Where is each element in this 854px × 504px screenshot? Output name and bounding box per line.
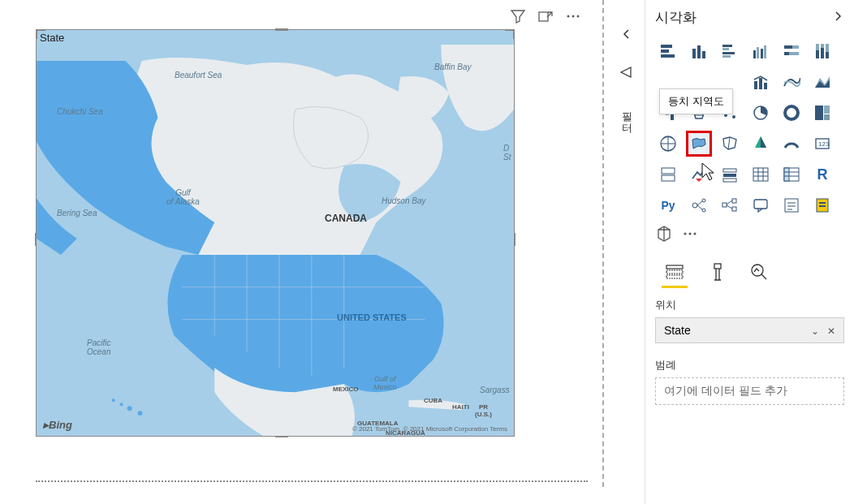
svg-line-70 <box>697 205 702 209</box>
sea-label: Beaufort Sea <box>175 71 222 80</box>
svg-rect-58 <box>723 179 736 182</box>
visualizations-pane: 시각화 등치 지역도 123 <box>645 0 854 504</box>
field-well-legend[interactable]: 여기에 데이터 필드 추가 <box>655 377 844 405</box>
svg-point-8 <box>138 411 143 416</box>
analytics-tab[interactable] <box>748 261 770 283</box>
svg-rect-47 <box>815 106 823 120</box>
viz-matrix[interactable] <box>779 162 804 187</box>
svg-rect-16 <box>722 48 729 50</box>
country-label: HAITI <box>452 403 469 411</box>
viz-decomposition-tree[interactable] <box>717 192 743 218</box>
viz-clustered-bar[interactable] <box>717 38 743 64</box>
get-more-visuals-icon[interactable] <box>655 225 673 246</box>
field-chip[interactable]: State <box>664 324 691 337</box>
country-label: CUBA <box>424 397 442 404</box>
well-label-legend: 범례 <box>655 358 844 373</box>
map-copyright[interactable]: © 2021 TomTom, © 2021 Microsoft Corporat… <box>352 425 507 433</box>
viz-slicer[interactable] <box>717 162 743 187</box>
chevron-left-icon[interactable] <box>620 28 633 44</box>
viz-line-clustered-column[interactable] <box>779 69 804 95</box>
svg-point-1 <box>567 15 570 18</box>
svg-rect-17 <box>722 52 735 54</box>
bookmark-icon[interactable] <box>619 65 634 83</box>
viz-line-stacked-column[interactable] <box>748 69 774 95</box>
viz-card[interactable]: 123 <box>809 131 835 157</box>
viz-gauge[interactable] <box>779 131 804 157</box>
viz-r-script[interactable]: R <box>809 162 835 187</box>
svg-rect-79 <box>785 199 798 212</box>
more-options-icon[interactable] <box>565 8 581 24</box>
viz-filled-map[interactable] <box>686 131 712 157</box>
svg-rect-33 <box>754 81 757 89</box>
viz-smart-narrative[interactable] <box>779 192 804 218</box>
svg-rect-59 <box>753 168 768 181</box>
viz-ribbon[interactable] <box>809 69 835 95</box>
country-label: UNITED STATES <box>337 312 407 322</box>
sea-label: Gulf of Alaska <box>166 188 200 206</box>
svg-point-43 <box>732 115 735 118</box>
bing-logo: ▸Bing <box>43 419 72 431</box>
collapsed-panes: 필터 <box>609 0 645 504</box>
svg-rect-11 <box>661 54 675 58</box>
viz-100-stacked-bar[interactable] <box>779 38 804 64</box>
svg-rect-73 <box>722 203 727 207</box>
svg-rect-30 <box>821 48 824 58</box>
svg-rect-13 <box>697 45 701 58</box>
viz-clustered-column[interactable] <box>748 38 774 64</box>
svg-rect-21 <box>761 49 763 58</box>
format-tab[interactable] <box>705 261 728 283</box>
placeholder-text: 여기에 데이터 필드 추가 <box>664 384 787 398</box>
chevron-down-icon[interactable]: ⌄ <box>811 325 819 337</box>
svg-rect-35 <box>764 83 767 89</box>
viz-python[interactable]: Py <box>655 192 681 218</box>
viz-map[interactable] <box>655 131 681 157</box>
svg-rect-54 <box>662 168 675 174</box>
svg-line-94 <box>761 274 766 279</box>
svg-rect-65 <box>784 168 789 181</box>
property-tabs <box>655 261 844 283</box>
report-canvas[interactable]: State Bea <box>0 0 597 504</box>
country-label: PR (U.S.) <box>475 403 492 418</box>
map-visual[interactable]: State Bea <box>36 29 515 437</box>
viz-treemap[interactable] <box>809 100 835 126</box>
field-well-location[interactable]: State ⌄ ✕ <box>655 317 844 343</box>
viz-stacked-bar[interactable] <box>655 38 681 64</box>
viz-qa[interactable] <box>748 192 774 218</box>
viz-azure-map[interactable] <box>748 131 774 157</box>
map-tiles[interactable] <box>37 45 514 436</box>
svg-point-87 <box>689 233 692 235</box>
svg-text:123: 123 <box>818 140 830 148</box>
visual-type-gallery: 등치 지역도 123 R Py <box>655 38 844 218</box>
viz-100-stacked-column[interactable] <box>809 38 835 64</box>
svg-rect-28 <box>816 50 819 58</box>
focus-mode-icon[interactable] <box>537 8 554 24</box>
viz-table[interactable] <box>748 162 774 187</box>
viz-stacked-column[interactable] <box>686 38 712 64</box>
svg-rect-89 <box>666 265 683 269</box>
svg-point-93 <box>752 265 763 276</box>
svg-rect-75 <box>732 207 736 211</box>
viz-pie[interactable] <box>748 100 774 126</box>
viz-shape-map[interactable] <box>717 131 743 157</box>
svg-rect-91 <box>666 275 683 278</box>
viz-paginated-report[interactable] <box>809 192 835 218</box>
svg-rect-57 <box>723 174 736 177</box>
viz-donut[interactable] <box>779 100 804 126</box>
viz-key-influencers[interactable] <box>686 192 712 218</box>
svg-rect-85 <box>819 205 826 207</box>
svg-point-6 <box>120 403 123 406</box>
sea-label: Pacific Ocean <box>87 338 110 356</box>
svg-point-2 <box>572 15 575 18</box>
fields-tab[interactable] <box>663 261 686 283</box>
viz-multi-row-card[interactable] <box>655 162 681 187</box>
svg-point-86 <box>684 233 687 235</box>
svg-rect-74 <box>732 199 736 203</box>
filters-pane-collapsed[interactable]: 필터 <box>619 104 634 127</box>
well-label-location: 위치 <box>655 298 844 312</box>
more-options-icon[interactable] <box>681 225 699 246</box>
chevron-right-icon[interactable] <box>831 10 844 26</box>
filter-icon[interactable] <box>510 8 526 24</box>
remove-field-icon[interactable]: ✕ <box>827 325 835 337</box>
svg-point-3 <box>577 15 580 18</box>
svg-rect-15 <box>722 45 732 47</box>
